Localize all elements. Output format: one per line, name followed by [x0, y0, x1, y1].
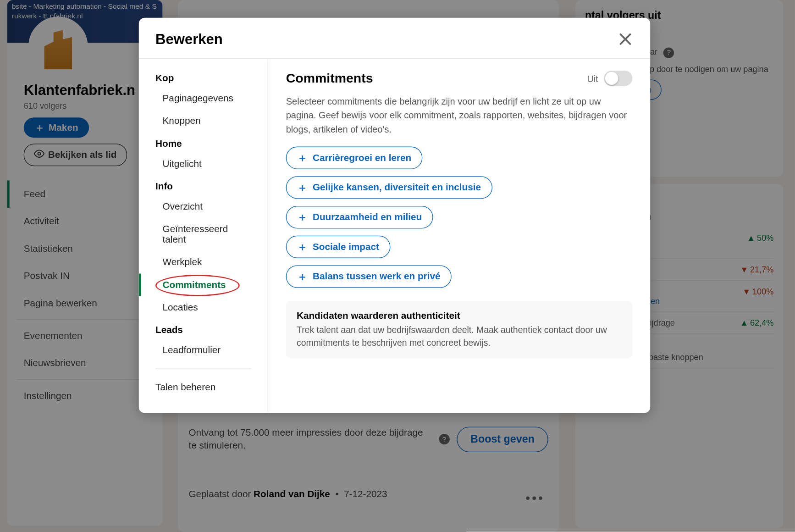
pill-sustainability[interactable]: ＋Duurzaamheid en milieu — [286, 206, 433, 228]
pill-diversity[interactable]: ＋Gelijke kansen, diversiteit en inclusie — [286, 176, 492, 199]
side-link-overzicht[interactable]: Overzicht — [139, 195, 268, 218]
content-desc: Selecteer commitments die belangrijk zij… — [286, 94, 633, 136]
side-link-talen[interactable]: Talen beheren — [139, 376, 268, 399]
info-title: Kandidaten waarderen authenticiteit — [297, 310, 622, 321]
side-group-home: Home — [139, 133, 268, 153]
side-link-knoppen[interactable]: Knoppen — [139, 110, 268, 132]
toggle-label: Uit — [587, 73, 598, 83]
content-title: Commitments — [286, 71, 373, 86]
plus-icon: ＋ — [297, 152, 308, 163]
side-link-talent[interactable]: Geïnteresseerd talent — [139, 218, 268, 251]
visibility-toggle[interactable] — [604, 71, 632, 86]
modal-title: Bewerken — [155, 31, 223, 47]
side-link-leadformulier[interactable]: Leadformulier — [139, 339, 268, 361]
side-link-paginagegevens[interactable]: Paginagegevens — [139, 87, 268, 110]
close-icon[interactable] — [617, 31, 634, 47]
side-link-commitments[interactable]: Commitments — [139, 274, 268, 296]
info-text: Trek talent aan dat uw bedrijfswaarden d… — [297, 323, 622, 349]
plus-icon: ＋ — [297, 271, 308, 282]
side-link-werkplek[interactable]: Werkplek — [139, 251, 268, 273]
info-box: Kandidaten waarderen authenticiteit Trek… — [286, 301, 633, 359]
modal-content: Commitments Uit Selecteer commitments di… — [268, 59, 650, 413]
edit-modal: Bewerken Kop Paginagegevens Knoppen Home… — [139, 18, 650, 413]
pill-career[interactable]: ＋Carrièregroei en leren — [286, 146, 423, 169]
side-group-kop: Kop — [139, 67, 268, 87]
pill-worklife[interactable]: ＋Balans tussen werk en privé — [286, 265, 452, 288]
plus-icon: ＋ — [297, 212, 308, 222]
side-group-info: Info — [139, 175, 268, 195]
pill-social-impact[interactable]: ＋Sociale impact — [286, 235, 391, 258]
side-group-leads: Leads — [139, 319, 268, 339]
modal-sidebar: Kop Paginagegevens Knoppen Home Uitgelic… — [139, 59, 268, 413]
plus-icon: ＋ — [297, 182, 308, 193]
plus-icon: ＋ — [297, 241, 308, 252]
side-link-commitments-label: Commitments — [163, 279, 226, 289]
side-link-uitgelicht[interactable]: Uitgelicht — [139, 153, 268, 175]
side-link-locaties[interactable]: Locaties — [139, 296, 268, 319]
